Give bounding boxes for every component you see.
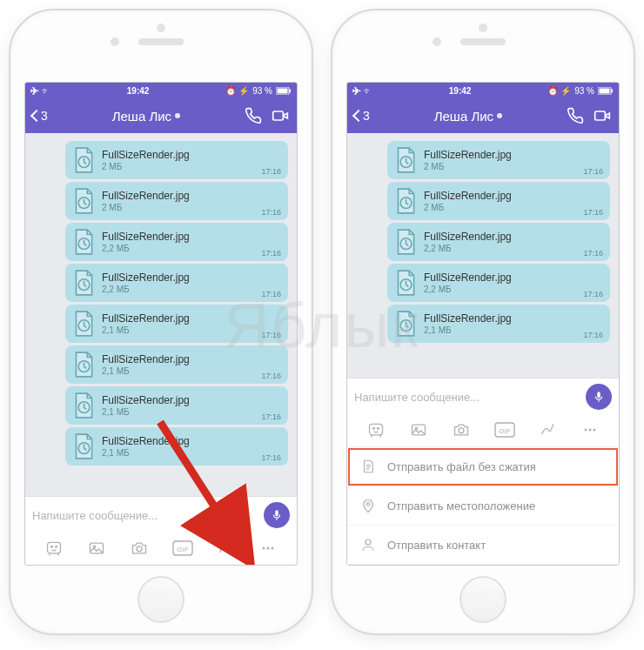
svg-text:GIF: GIF: [177, 546, 189, 553]
toolbar: GIF: [347, 415, 619, 446]
status-right: ⏰ ⚡ 93 %: [547, 86, 614, 96]
message-time: 17:16: [583, 331, 603, 339]
message-time: 17:16: [261, 290, 281, 298]
message-bubble[interactable]: FullSizeRender.jpg2 МБ17:16: [387, 141, 610, 179]
message-bubble[interactable]: FullSizeRender.jpg2,1 МБ17:16: [65, 345, 288, 384]
chat-title[interactable]: Леша Лис: [375, 109, 561, 124]
phone-speaker: [460, 38, 506, 45]
more-icon[interactable]: [258, 539, 278, 558]
voice-call-icon[interactable]: [245, 107, 262, 124]
message-bubble[interactable]: FullSizeRender.jpg2,2 МБ17:16: [387, 223, 610, 261]
chat-area[interactable]: FullSizeRender.jpg2 МБ17:16FullSizeRende…: [347, 133, 619, 378]
sticker-icon[interactable]: [44, 539, 64, 558]
more-icon[interactable]: [580, 420, 600, 439]
file-size: 2 МБ: [102, 203, 281, 212]
doodle-icon[interactable]: [537, 420, 558, 439]
message-time: 17:16: [583, 208, 603, 217]
mic-button[interactable]: [586, 384, 612, 410]
file-size: 2,1 МБ: [102, 366, 281, 376]
menu-send-location[interactable]: Отправить местоположение: [347, 486, 619, 526]
file-info: FullSizeRender.jpg2,1 МБ: [102, 435, 281, 458]
message-bubble[interactable]: FullSizeRender.jpg2,1 МБ17:16: [65, 386, 288, 425]
phone-speaker: [138, 38, 184, 45]
chat-area[interactable]: FullSizeRender.jpg2 МБ17:16FullSizeRende…: [25, 133, 297, 496]
svg-point-36: [377, 428, 379, 430]
status-time: 19:42: [127, 86, 150, 96]
file-size: 2,1 МБ: [102, 407, 281, 417]
home-button[interactable]: [460, 576, 506, 623]
battery-text: 93 %: [574, 86, 594, 96]
message-time: 17:16: [261, 372, 281, 380]
video-call-icon[interactable]: [593, 107, 612, 124]
file-size: 2 МБ: [424, 203, 603, 212]
screen-left: ✈ ᯤ 19:42 ⏰ ⚡ 93 % 3 Леша Лис: [24, 82, 298, 566]
file-name: FullSizeRender.jpg: [102, 149, 281, 161]
message-time: 17:16: [583, 249, 603, 258]
document-icon: [72, 351, 95, 379]
phone-camera: [111, 37, 119, 46]
battery-text: 93 %: [252, 86, 272, 96]
message-input[interactable]: Напишите сообщение...: [32, 506, 257, 526]
composer: Напишите сообщение... GIF: [347, 378, 619, 565]
status-time: 19:42: [449, 86, 472, 96]
menu-send-contact[interactable]: Отправить контакт: [347, 526, 619, 565]
svg-point-45: [366, 503, 370, 506]
file-info: FullSizeRender.jpg2,1 МБ: [102, 353, 281, 376]
file-size: 2,1 МБ: [424, 325, 603, 335]
svg-text:GIF: GIF: [499, 427, 511, 435]
message-bubble[interactable]: FullSizeRender.jpg2,1 МБ17:16: [387, 305, 610, 343]
menu-send-file[interactable]: Отправить файл без сжатия: [347, 447, 619, 486]
back-button[interactable]: 3: [354, 108, 370, 124]
sticker-icon[interactable]: [366, 420, 386, 439]
message-bubble[interactable]: FullSizeRender.jpg2 МБ17:16: [65, 182, 288, 220]
message-bubble[interactable]: FullSizeRender.jpg2 МБ17:16: [65, 141, 288, 179]
chat-title-text: Леша Лис: [434, 109, 493, 124]
document-icon: [394, 228, 417, 256]
nav-bar: 3 Леша Лис: [25, 98, 297, 133]
status-left: ✈ ᯤ: [352, 86, 372, 96]
file-size: 2,2 МБ: [102, 244, 281, 253]
mic-button[interactable]: [264, 502, 290, 528]
message-bubble[interactable]: FullSizeRender.jpg2,1 МБ17:16: [65, 427, 288, 466]
status-right: ⏰ ⚡ 93 %: [225, 86, 292, 96]
svg-point-23: [272, 547, 274, 550]
chat-title[interactable]: Леша Лис: [53, 109, 239, 124]
document-icon: [394, 310, 417, 338]
svg-rect-25: [600, 88, 610, 93]
svg-rect-12: [276, 519, 277, 520]
message-bubble[interactable]: FullSizeRender.jpg2,2 МБ17:16: [65, 264, 288, 302]
camera-icon[interactable]: [129, 539, 150, 558]
message-time: 17:16: [261, 331, 281, 339]
svg-point-18: [137, 546, 142, 552]
camera-icon[interactable]: [451, 420, 472, 439]
document-icon: [394, 269, 417, 297]
message-bubble[interactable]: FullSizeRender.jpg2 МБ17:16: [387, 182, 610, 220]
document-icon: [72, 146, 95, 174]
phone-right: ✈ ᯤ 19:42 ⏰ ⚡ 93 % 3 Леша Лис Ful: [331, 9, 635, 635]
file-info: FullSizeRender.jpg2,1 МБ: [102, 394, 281, 417]
message-bubble[interactable]: FullSizeRender.jpg2,1 МБ17:16: [65, 305, 288, 343]
message-time: 17:16: [261, 412, 281, 421]
voice-call-icon[interactable]: [567, 107, 584, 124]
status-left: ✈ ᯤ: [30, 86, 50, 96]
back-button[interactable]: 3: [32, 108, 48, 124]
svg-point-42: [585, 429, 587, 432]
message-input[interactable]: Напишите сообщение...: [354, 387, 579, 407]
menu-send-contact-label: Отправить контакт: [387, 539, 486, 552]
document-icon: [72, 392, 95, 419]
nav-bar: 3 Леша Лис: [347, 98, 619, 133]
file-name: FullSizeRender.jpg: [102, 190, 281, 202]
home-button[interactable]: [138, 576, 184, 623]
message-bubble[interactable]: FullSizeRender.jpg2,2 МБ17:16: [65, 223, 288, 261]
gif-icon[interactable]: GIF: [172, 539, 193, 558]
gallery-icon[interactable]: [86, 539, 107, 558]
menu-send-file-label: Отправить файл без сжатия: [387, 460, 536, 473]
doodle-icon[interactable]: [215, 539, 236, 558]
document-icon: [72, 228, 95, 256]
gif-icon[interactable]: GIF: [494, 420, 515, 439]
gallery-icon[interactable]: [408, 420, 429, 439]
svg-rect-34: [369, 424, 382, 435]
svg-point-15: [55, 546, 57, 548]
message-bubble[interactable]: FullSizeRender.jpg2,2 МБ17:16: [387, 264, 610, 302]
video-call-icon[interactable]: [271, 107, 290, 124]
